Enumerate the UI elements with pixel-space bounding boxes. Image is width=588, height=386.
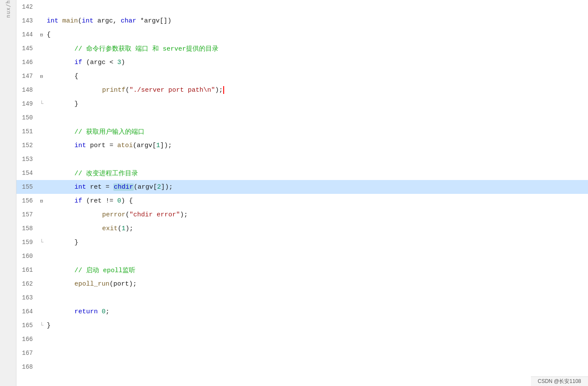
code-token: if xyxy=(74,197,86,205)
line-number: 154 xyxy=(16,166,38,180)
code-token: return xyxy=(74,308,102,315)
code-token: { xyxy=(74,73,78,80)
code-token: ); xyxy=(215,87,223,94)
code-line: 157perror("chdir error"); xyxy=(16,208,588,222)
code-line: 163 xyxy=(16,291,588,305)
code-area: 142143int main(int argc, char *argv[])14… xyxy=(16,0,588,386)
line-number: 152 xyxy=(16,138,38,152)
line-content: { xyxy=(45,28,588,42)
code-token: perror xyxy=(102,211,125,219)
line-content: int main(int argc, char *argv[]) xyxy=(45,14,588,28)
line-content: epoll_run(port); xyxy=(45,277,588,291)
fold-indicator[interactable]: ⊟ xyxy=(38,198,45,204)
code-token: } xyxy=(74,100,78,108)
line-content xyxy=(45,152,588,166)
fold-indicator[interactable]: └ xyxy=(38,322,45,329)
line-content xyxy=(45,249,588,263)
code-line: 145// 命令行参数获取 端口 和 server提供的目录 xyxy=(16,42,588,55)
code-token: argv[ xyxy=(137,142,156,149)
line-content: int port = atoi(argv[1]); xyxy=(45,138,588,152)
file-path-label: nux/h xyxy=(5,0,11,21)
code-token: ret xyxy=(90,197,106,205)
line-content xyxy=(45,346,588,360)
line-content: // 命令行参数获取 端口 和 server提供的目录 xyxy=(45,42,588,55)
code-token: // 启动 epoll监听 xyxy=(74,266,135,274)
code-token: int xyxy=(47,17,62,25)
line-number: 145 xyxy=(16,42,38,55)
line-number: 146 xyxy=(16,55,38,69)
fold-indicator[interactable]: ⊟ xyxy=(38,74,45,79)
line-number: 150 xyxy=(16,111,38,125)
code-token: ( xyxy=(109,280,113,288)
code-token: ) { xyxy=(121,197,133,205)
code-token: ( xyxy=(78,17,82,25)
line-number: 165 xyxy=(16,318,38,332)
code-token: 2 xyxy=(157,183,161,191)
line-content: // 改变进程工作目录 xyxy=(45,166,588,180)
code-token: // 命令行参数获取 端口 和 server提供的目录 xyxy=(74,45,218,53)
line-content: if (argc < 3) xyxy=(45,55,588,69)
line-number: 149 xyxy=(16,97,38,111)
code-line: 148printf("./server port path\n"); xyxy=(16,83,588,97)
code-token: atoi xyxy=(117,142,133,149)
code-token: ; xyxy=(106,308,109,315)
code-line: 167 xyxy=(16,346,588,360)
code-editor: nux/h 142143int main(int argc, char *arg… xyxy=(0,0,588,386)
text-cursor xyxy=(223,86,224,94)
code-token: 1 xyxy=(156,142,160,149)
code-token: int xyxy=(74,142,90,149)
line-content: // 获取用户输入的端口 xyxy=(45,125,588,138)
code-token: ) xyxy=(121,59,125,66)
code-line: 158exit(1); xyxy=(16,222,588,235)
line-content: // 启动 epoll监听 xyxy=(45,263,588,277)
line-content xyxy=(45,360,588,374)
code-line: 149└} xyxy=(16,97,588,111)
code-token: // 获取用户输入的端口 xyxy=(74,128,145,136)
code-token: if xyxy=(74,59,86,66)
line-number: 148 xyxy=(16,83,38,97)
code-token: * xyxy=(140,17,144,25)
code-token: ] xyxy=(161,183,165,191)
line-number: 143 xyxy=(16,14,38,28)
fold-indicator[interactable]: ⊟ xyxy=(38,32,45,38)
code-token: int xyxy=(74,183,90,191)
code-line: 151// 获取用户输入的端口 xyxy=(16,125,588,138)
code-token: "chdir error" xyxy=(129,211,180,219)
line-number: 151 xyxy=(16,125,38,138)
code-token: "./server port path\n" xyxy=(129,87,215,94)
line-content: } xyxy=(45,235,588,249)
code-token: main xyxy=(62,17,78,25)
watermark-bar: CSDN @长安1108 xyxy=(531,376,588,386)
code-token: ret xyxy=(90,183,106,191)
code-token: ( xyxy=(86,59,90,66)
code-line: 168 xyxy=(16,360,588,374)
fold-indicator[interactable]: └ xyxy=(38,100,45,107)
code-line: 166 xyxy=(16,332,588,346)
code-line: 152int port = atoi(argv[1]); xyxy=(16,138,588,152)
code-line: 144⊟{ xyxy=(16,28,588,42)
code-line: 159└} xyxy=(16,235,588,249)
code-token: 0 xyxy=(117,197,121,205)
line-content xyxy=(45,0,588,14)
code-line: 146if (argc < 3) xyxy=(16,55,588,69)
code-token: port xyxy=(113,280,129,288)
watermark-text: CSDN @长安1108 xyxy=(538,378,581,384)
line-number: 147 xyxy=(16,69,38,83)
code-token: ( xyxy=(134,183,138,191)
code-token: int xyxy=(82,17,97,25)
code-token: argc, xyxy=(97,17,121,25)
code-token: ( xyxy=(86,197,90,205)
code-token: ); xyxy=(129,280,137,288)
code-token: argc xyxy=(90,59,109,66)
code-token: port xyxy=(90,142,109,149)
fold-indicator[interactable]: └ xyxy=(38,239,45,246)
line-number: 142 xyxy=(16,0,38,14)
code-token: } xyxy=(74,239,78,246)
code-token: = xyxy=(109,142,117,149)
code-token: 3 xyxy=(117,59,121,66)
line-number: 168 xyxy=(16,360,38,374)
line-number: 163 xyxy=(16,291,38,305)
line-number: 144 xyxy=(16,28,38,42)
code-line: 162epoll_run(port); xyxy=(16,277,588,291)
line-content: int ret = chdir(argv[2]); xyxy=(45,180,588,194)
